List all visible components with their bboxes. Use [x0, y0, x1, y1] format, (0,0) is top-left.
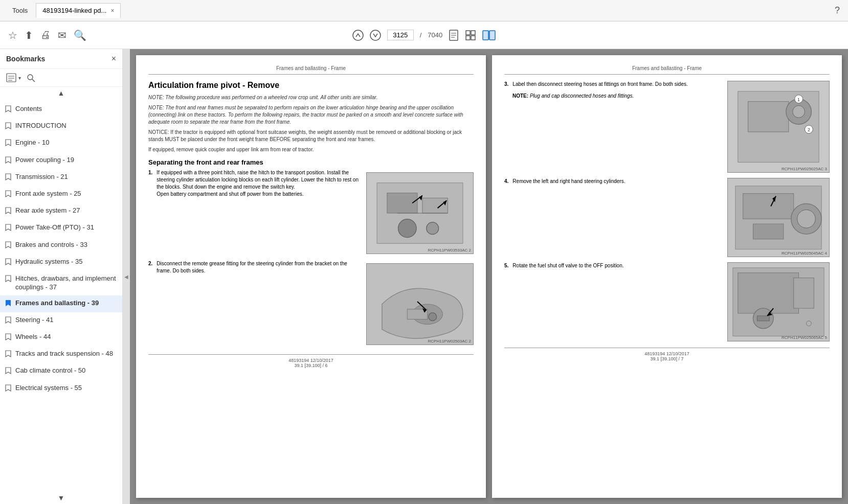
sidebar-item-label-5: Front axle system - 25: [15, 190, 81, 198]
main-area: Bookmarks × ▾ ▲ Conte: [0, 49, 848, 504]
page-number-input[interactable]: 3125: [387, 30, 414, 40]
right-step-5-text: Rotate the fuel shut off valve to the OF…: [512, 262, 722, 269]
toolbar-left: ☆ ⬆ 🖨 ✉ 🔍: [8, 29, 86, 41]
active-tab-label: 48193194-linked pd...: [42, 7, 106, 14]
right-page-header: Frames and ballasting - Frame: [504, 65, 830, 75]
right-step-4-row: 4. Remove the left and right hand steeri…: [504, 178, 830, 257]
upload-icon[interactable]: ⬆: [25, 29, 33, 41]
step-2-content: 2. Disconnect the remote grease fitting …: [148, 260, 362, 348]
list-view-button[interactable]: ▾: [6, 73, 21, 82]
right-step-4-num: 4.: [504, 178, 508, 185]
step-1-content: 1. If equipped with a three point hitch,…: [148, 169, 362, 257]
sidebar-nav-item-7[interactable]: Power Take-Off (PTO) - 31: [0, 220, 122, 237]
sidebar-nav-item-15[interactable]: Cab climate control - 50: [0, 363, 122, 380]
step-1-image: RCPH11PW03533AC 2: [366, 169, 474, 257]
sidebar-nav-item-11[interactable]: Frames and ballasting - 39: [0, 295, 122, 312]
page-separator: /: [420, 31, 422, 39]
left-page-header: Frames and ballasting - Frame: [148, 65, 474, 75]
tab-close-button[interactable]: ×: [110, 7, 114, 14]
bookmark-icon-9: [5, 258, 11, 267]
sidebar-scroll-down-button[interactable]: ▼: [0, 492, 122, 504]
sidebar-nav-item-13[interactable]: Wheels - 44: [0, 329, 122, 346]
search-icon[interactable]: 🔍: [74, 29, 86, 41]
svg-rect-6: [466, 31, 470, 35]
svg-rect-47: [743, 194, 794, 219]
svg-text:1: 1: [797, 97, 800, 102]
bookmark-search-button[interactable]: [26, 73, 35, 82]
bookmark-icon-15: [5, 367, 11, 376]
help-button[interactable]: ?: [835, 5, 844, 16]
grid-icon[interactable]: [465, 30, 476, 41]
svg-rect-8: [466, 36, 470, 40]
right-step-5-num: 5.: [504, 262, 508, 269]
left-page-title: Articulation frame pivot - Remove: [148, 81, 474, 90]
sidebar-nav-item-1[interactable]: INTRODUCTION: [0, 118, 122, 135]
sidebar-scroll-up-button[interactable]: ▲: [0, 87, 122, 99]
sidebar-nav-item-0[interactable]: Contents: [0, 101, 122, 118]
toolbar: ☆ ⬆ 🖨 ✉ 🔍 3125 / 7040: [0, 21, 848, 49]
sidebar-nav-item-6[interactable]: Rear axle system - 27: [0, 203, 122, 220]
scroll-down-button[interactable]: [370, 30, 381, 41]
step-1-num: 1.: [148, 169, 152, 198]
sidebar-nav-item-14[interactable]: Tracks and track suspension - 48: [0, 346, 122, 363]
sidebar: Bookmarks × ▾ ▲ Conte: [0, 49, 123, 504]
sidebar-item-label-6: Rear axle system - 27: [15, 207, 80, 215]
bookmark-icon-0: [5, 105, 11, 114]
svg-point-61: [806, 321, 811, 326]
left-notice: NOTICE: If the tractor is equipped with …: [148, 129, 474, 143]
sidebar-item-label-15: Cab climate control - 50: [15, 366, 85, 375]
sidebar-item-label-2: Engine - 10: [15, 139, 50, 147]
left-page: Frames and ballasting - Frame Articulati…: [136, 55, 486, 498]
tools-tab[interactable]: Tools: [4, 4, 36, 17]
bookmark-icon-12: [5, 316, 11, 326]
left-footer-doc-id: 48193194 12/10/2017: [148, 358, 474, 363]
sidebar-close-button[interactable]: ×: [111, 54, 116, 63]
active-tab[interactable]: 48193194-linked pd... ×: [36, 3, 121, 18]
bookmark-icon-6: [5, 207, 11, 216]
sidebar-item-label-10: Hitches, drawbars, and implement couplin…: [15, 274, 116, 292]
print-icon[interactable]: 🖨: [40, 29, 51, 41]
sidebar-nav-item-2[interactable]: Engine - 10: [0, 135, 122, 152]
sidebar-nav-item-5[interactable]: Front axle system - 25: [0, 186, 122, 203]
svg-rect-56: [794, 278, 814, 308]
right-step-4-content: 4. Remove the left and right hand steeri…: [504, 178, 722, 257]
file-icon[interactable]: [449, 30, 459, 41]
sidebar-header: Bookmarks ×: [0, 49, 122, 69]
left-page-footer: 48193194 12/10/2017 39.1 [39.100] / 6: [148, 354, 474, 368]
svg-text:2: 2: [808, 127, 810, 132]
sidebar-nav-item-3[interactable]: Power coupling - 19: [0, 152, 122, 169]
sidebar-collapse-handle[interactable]: ◀: [123, 49, 130, 504]
step-2: 2. Disconnect the remote grease fitting …: [148, 260, 362, 274]
right-step-3-num: 3.: [504, 81, 508, 88]
svg-point-0: [353, 30, 363, 40]
step-2-image: RCPH11PW02503AC 2: [366, 260, 474, 348]
bookmark-icon-8: [5, 241, 11, 250]
step-2-row: 2. Disconnect the remote grease fitting …: [148, 260, 474, 348]
right-step-4-image: RCPH11PW025045AC 4: [727, 178, 830, 257]
sidebar-item-label-1: INTRODUCTION: [15, 122, 66, 130]
svg-rect-11: [489, 31, 495, 40]
sidebar-nav-item-4[interactable]: Transmission - 21: [0, 169, 122, 186]
right-page-footer: 48193194 12/10/2017 39.1 [39.100] / 7: [504, 348, 830, 361]
right-footer-doc-id: 48193194 12/10/2017: [504, 351, 830, 356]
book-icon[interactable]: [482, 30, 496, 41]
sidebar-nav-item-12[interactable]: Steering - 41: [0, 312, 122, 329]
sidebar-nav-item-9[interactable]: Hydraulic systems - 35: [0, 254, 122, 271]
sidebar-nav-item-10[interactable]: Hitches, drawbars, and implement couplin…: [0, 271, 122, 295]
mail-icon[interactable]: ✉: [58, 29, 66, 41]
scroll-up-button[interactable]: [352, 30, 364, 41]
bookmark-icon-11: [5, 300, 11, 309]
document-area: Frames and ballasting - Frame Articulati…: [130, 49, 848, 504]
right-step-4: 4. Remove the left and right hand steeri…: [504, 178, 722, 185]
sidebar-item-label-8: Brakes and controls - 33: [15, 241, 87, 249]
sidebar-nav-item-8[interactable]: Brakes and controls - 33: [0, 237, 122, 254]
step-1-row: 1. If equipped with a three point hitch,…: [148, 169, 474, 257]
sidebar-item-label-16: Electrical systems - 55: [15, 384, 82, 393]
star-icon[interactable]: ☆: [8, 29, 17, 41]
bookmark-icon-1: [5, 122, 11, 131]
svg-point-40: [793, 106, 805, 118]
sidebar-nav-item-16[interactable]: Electrical systems - 55: [0, 380, 122, 397]
sidebar-item-label-0: Contents: [15, 105, 42, 113]
step-1-text: If equipped with a three point hitch, ra…: [157, 169, 362, 198]
right-step-5-content: 5. Rotate the fuel shut off valve to the…: [504, 262, 722, 341]
